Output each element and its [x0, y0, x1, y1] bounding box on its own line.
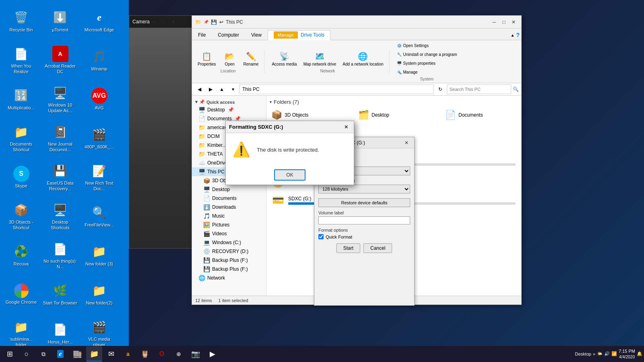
desktop-icon-win10-update[interactable]: 🖥️ Windows 10 Update As...	[41, 80, 79, 118]
nav-up-btn[interactable]: ▲	[217, 84, 227, 94]
manage-btn[interactable]: 🔩 Manage	[394, 68, 460, 76]
sidebar-item-desktop[interactable]: 🖥️ Desktop 📌	[192, 105, 266, 114]
task-view-btn[interactable]: ⧉	[35, 346, 52, 362]
clock[interactable]: 7:15 PM 4/4/2020	[619, 348, 635, 359]
desktop-icon-new-journal[interactable]: 📓 New Journal Documnt...	[41, 119, 79, 157]
sidebar-documents-icon: 📄	[198, 115, 205, 122]
notification-icon[interactable]: 🔔	[637, 351, 642, 356]
tripadvisor-taskbar-btn[interactable]: 🦉	[137, 346, 153, 362]
sidebar-item-network[interactable]: 🌐 Network	[192, 274, 266, 282]
open-btn[interactable]: 📂 Open	[220, 50, 239, 68]
camera-maximize-btn[interactable]: □	[159, 17, 168, 26]
skype-icon: S	[13, 166, 29, 182]
open-settings-btn[interactable]: ⚙️ Open Settings	[394, 42, 460, 49]
desktop-icon-when-you-realize[interactable]: 📄 When You Realize	[2, 41, 40, 79]
opera2-taskbar-btn[interactable]: ⊕	[171, 346, 187, 362]
volume-icon[interactable]: 🔊	[604, 351, 610, 356]
format-volume-input[interactable]	[318, 216, 410, 224]
desktop-icon-480p[interactable]: 🎬 480P_600K_...	[80, 119, 118, 157]
properties-btn[interactable]: 📋 Properties	[195, 50, 219, 68]
sidebar-item-documents2[interactable]: 📄 Documents	[192, 194, 266, 203]
system-properties-btn[interactable]: 🖥️ System properties	[394, 60, 460, 67]
amazon-taskbar-btn[interactable]: a	[120, 346, 136, 362]
desktop-icon-google-chrome[interactable]: Google Chrome	[2, 275, 40, 313]
ribbon-tab-drive-tools[interactable]: Manage Drive Tools	[268, 30, 330, 40]
search-input[interactable]	[447, 84, 511, 94]
folder-item-documents[interactable]: 📄 Documents	[444, 108, 492, 122]
format-alloc-select[interactable]: 128 kilobytes	[318, 185, 410, 193]
start-btn[interactable]: ⊞	[2, 346, 18, 362]
sidebar-item-downloads[interactable]: ⬇️ Downloads	[192, 203, 266, 212]
desktop-icon-skype[interactable]: S Skype	[2, 158, 40, 196]
format-start-btn[interactable]: Start	[336, 243, 360, 253]
chevron-right-icon[interactable]: »	[593, 352, 595, 356]
network-sys-icon[interactable]: 📶	[611, 351, 617, 356]
restore-device-btn[interactable]: Restore device defaults	[318, 198, 410, 207]
nav-back-btn[interactable]: ◀	[194, 84, 204, 94]
edge-taskbar-btn[interactable]: e	[52, 346, 68, 362]
alert-close-btn[interactable]: ✕	[342, 123, 351, 132]
desktop-icon-new-rich-text[interactable]: 📝 New Rich Text Doc...	[80, 158, 118, 196]
folder-item-3dobjects[interactable]: 📦 3D Objects	[270, 108, 318, 122]
desktop-icon-no-such-thing[interactable]: 📄 No such thing(s): N...	[41, 236, 79, 274]
ribbon-up-btn[interactable]: ▲	[511, 33, 515, 37]
desktop-icon-multiplication[interactable]: 🔢 Multiplicatio...	[2, 80, 40, 118]
sidebar-item-pictures[interactable]: 🖼️ Pictures	[192, 220, 266, 229]
address-input[interactable]	[239, 84, 434, 94]
media-taskbar-btn[interactable]: ▶	[204, 346, 221, 362]
format-bg-close-btn[interactable]: ✕	[402, 138, 411, 147]
desktop-icon-winamp[interactable]: 🎵 Winamp	[80, 41, 118, 79]
desktop-icon-new-folder-3[interactable]: 📁 New folder (3)	[80, 236, 118, 274]
sidebar-item-winc[interactable]: 💻 Windows (C:)	[192, 238, 266, 247]
desktop-icon-utorrent[interactable]: ⬇️ µTorrent	[41, 2, 79, 40]
format-cancel-btn[interactable]: Cancel	[363, 243, 392, 253]
nav-forward-btn[interactable]: ▶	[206, 84, 215, 94]
desktop-icon-recuva[interactable]: ♻️ Recuva	[2, 236, 40, 274]
sidebar-item-recoveryd[interactable]: 💿 RECOVERY (D:)	[192, 247, 266, 256]
desktop-icon-3d-shortcut[interactable]: 📦 3D Objects - Shortcut	[2, 197, 40, 235]
sidebar-item-videos[interactable]: 🎬 Videos	[192, 229, 266, 238]
camera-taskbar-btn[interactable]: 📷	[188, 346, 204, 362]
desktop-icon-avg[interactable]: AVG AVG	[80, 80, 118, 118]
desktop-icon-edge[interactable]: e Microsoft Edge	[80, 2, 118, 40]
desktop-icon-desktop-shortcuts[interactable]: 🖥️ Desktop Shortcuts	[41, 197, 79, 235]
opera-taskbar-btn[interactable]: O	[154, 346, 170, 362]
search-btn[interactable]: ○	[19, 346, 35, 362]
sidebar-item-backupf2[interactable]: 💾 Backup Plus (F:)	[192, 265, 266, 274]
store-taskbar-btn[interactable]: 🏬	[69, 346, 85, 362]
ribbon-tab-file[interactable]: File	[192, 30, 212, 40]
rename-btn[interactable]: ✏️ Rename	[241, 50, 261, 68]
nav-recent-btn[interactable]: ▾	[228, 84, 238, 94]
sidebar-item-music[interactable]: 🎵 Music	[192, 212, 266, 220]
explorer-maximize-btn[interactable]: □	[500, 18, 508, 27]
desktop-icon-start-tor[interactable]: 🌿 Start Tor Browser	[41, 275, 79, 313]
search-icon[interactable]: 🔍	[513, 86, 519, 92]
access-media-btn[interactable]: 📡 Access media	[269, 50, 299, 68]
sidebar-item-backupf[interactable]: 💾 Backup Plus (F:)	[192, 256, 266, 265]
desktop-icon-recycle-bin[interactable]: 🗑️ Recycle Bin	[2, 2, 40, 40]
camera-close-btn[interactable]: ✕	[169, 17, 178, 26]
sidebar-item-desktop2[interactable]: 🖥️ Desktop	[192, 185, 266, 194]
when-you-realize-icon: 📄	[13, 46, 29, 62]
camera-minimize-btn[interactable]: ─	[150, 17, 159, 26]
explorer-minimize-btn[interactable]: ─	[490, 18, 499, 27]
alert-ok-btn[interactable]: OK	[274, 169, 305, 181]
desktop-icon-documents-shortcut[interactable]: 📁 Documents Shortcut	[2, 119, 40, 157]
map-network-btn[interactable]: 🗺️ Map network drive	[301, 50, 339, 68]
folder-item-desktop[interactable]: 🗂️ Desktop	[357, 108, 405, 122]
ribbon-tab-view[interactable]: View	[245, 30, 268, 40]
uninstall-btn[interactable]: 🔧 Uninstall or change a program	[394, 51, 460, 58]
quick-format-checkbox[interactable]	[318, 234, 324, 239]
folders-chevron[interactable]: ▾	[270, 100, 272, 104]
mail-taskbar-btn[interactable]: ✉	[103, 346, 119, 362]
explorer-close-btn[interactable]: ✕	[509, 18, 518, 27]
explorer-taskbar-btn[interactable]: 📁	[86, 346, 102, 362]
ribbon-tab-computer[interactable]: Computer	[212, 30, 245, 40]
refresh-btn[interactable]: ↻	[436, 84, 445, 94]
desktop-icon-new-folder-2[interactable]: 📁 New folder(2)	[80, 275, 118, 313]
ribbon-help-btn[interactable]: ?	[516, 32, 520, 38]
desktop-icon-freefileview[interactable]: 🔍 FreeFileView...	[80, 197, 118, 235]
add-network-btn[interactable]: 🌐 Add a network location	[340, 50, 386, 68]
desktop-icon-easeus[interactable]: 💾 EaseUS Data Recovery...	[41, 158, 79, 196]
desktop-icon-acrobat[interactable]: A Acrobat Reader DC	[41, 41, 79, 79]
